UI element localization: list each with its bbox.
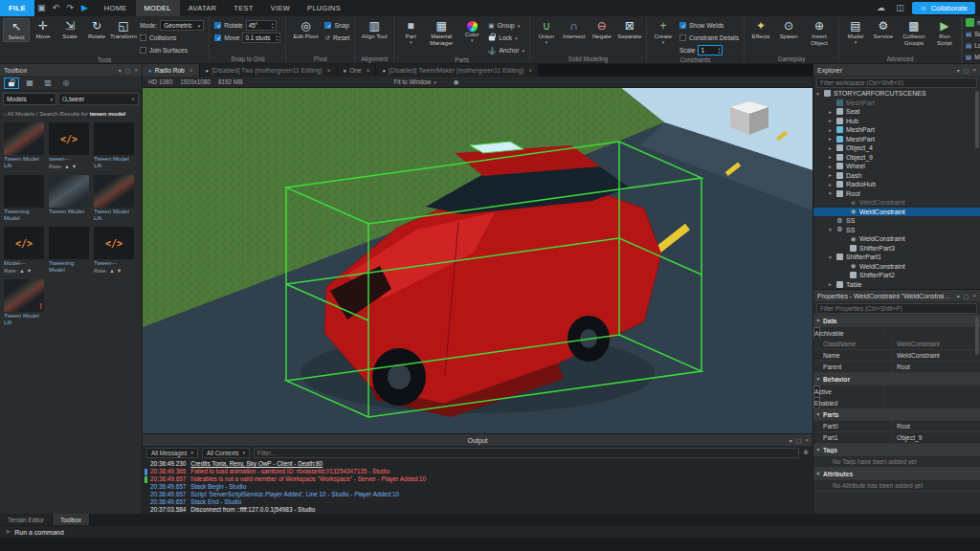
tool-button[interactable]: ↖ Select: [3, 18, 30, 42]
insert-script-button[interactable]: ▤Script: [966, 29, 980, 39]
toolbox-search-input[interactable]: [69, 96, 129, 102]
panel-menu-icon[interactable]: ▾: [957, 67, 960, 74]
property-row[interactable]: Tags: [813, 444, 980, 456]
property-row[interactable]: Part0 Root: [813, 421, 980, 432]
material-manager-button[interactable]: ▦ Material Manager: [425, 18, 457, 46]
section-caret-icon[interactable]: [813, 376, 823, 382]
panel-menu-icon[interactable]: ▾: [119, 67, 122, 74]
property-row[interactable]: Attributes: [813, 468, 980, 480]
viewport-3d-scene[interactable]: [143, 88, 813, 433]
ribbon-tab[interactable]: TEST: [225, 0, 261, 16]
panel-float-icon[interactable]: ▢: [796, 437, 802, 444]
expand-arrow-icon[interactable]: [829, 254, 836, 260]
thumbs-up-icon[interactable]: ▲: [109, 268, 114, 274]
property-row[interactable]: Archivable: [813, 327, 820, 339]
group-label-alignment[interactable]: Alignment: [355, 54, 393, 63]
clear-output-icon[interactable]: ⊗: [803, 449, 809, 456]
close-tab-icon[interactable]: ×: [528, 67, 532, 74]
pivot-reset-button[interactable]: Reset: [333, 34, 349, 41]
tree-item[interactable]: Hub: [813, 117, 980, 126]
tree-item[interactable]: Table: [813, 280, 980, 290]
insert-localscript-button[interactable]: ▤LocalScript: [966, 40, 980, 51]
save-icon[interactable]: ▣: [34, 0, 49, 16]
log-line[interactable]: 20:36:49.365 Failed to load animation - …: [145, 468, 811, 475]
tree-item[interactable]: WeldConstraint: [813, 198, 980, 208]
tree-item[interactable]: ShifterPart1: [813, 253, 980, 262]
tool-button[interactable]: ✛ Move: [30, 18, 56, 42]
property-row[interactable]: Parent Root: [813, 362, 980, 373]
output-filter-input[interactable]: [254, 448, 799, 458]
panel-close-icon[interactable]: ×: [134, 67, 138, 74]
toolbox-item[interactable]: </> ! Tween Model Lift ▲▼: [4, 122, 44, 169]
document-tab[interactable]: ● [Disabled] TweenMaker (mothergreen11 E…: [376, 64, 539, 77]
property-value[interactable]: Root: [892, 421, 980, 431]
property-row[interactable]: Name WeldConstraint: [813, 350, 980, 362]
tree-item[interactable]: MeshPart: [813, 99, 980, 108]
panel-close-icon[interactable]: ×: [805, 437, 809, 444]
snap-rotate-input[interactable]: 45°▴▾: [246, 20, 277, 31]
expand-arrow-icon[interactable]: [829, 145, 836, 151]
effects-button[interactable]: ✦Effects: [747, 18, 774, 40]
group-button[interactable]: Group: [497, 22, 514, 29]
property-row[interactable]: Part1 Object_9: [813, 432, 980, 444]
group-label-solid-modeling[interactable]: Solid Modeling: [530, 54, 646, 63]
file-menu-button[interactable]: FILE: [0, 0, 34, 16]
redo-icon[interactable]: ↷: [63, 0, 78, 16]
tool-button[interactable]: ◱ Transform: [110, 18, 137, 42]
expand-arrow-icon[interactable]: [816, 91, 824, 97]
fit-to-window-select[interactable]: Fit to Window▾: [393, 78, 435, 85]
property-value[interactable]: [883, 328, 888, 338]
property-value[interactable]: [883, 398, 888, 408]
group-label-pivot[interactable]: Pivot: [286, 54, 354, 63]
property-row[interactable]: Parts: [813, 408, 980, 421]
show-welds-checkbox[interactable]: [679, 22, 686, 29]
group-label-snap[interactable]: Snap to Grid: [210, 54, 285, 63]
negate-button[interactable]: ⊖Negate: [589, 18, 615, 40]
spawn-button[interactable]: ⊙Spawn: [775, 18, 802, 40]
tree-item[interactable]: MeshPart: [813, 135, 980, 144]
ribbon-tab[interactable]: MODEL: [136, 0, 180, 16]
insert-modulescript-button[interactable]: ▤ModuleScript: [966, 52, 980, 62]
ribbon-tab[interactable]: VIEW: [262, 0, 299, 16]
section-caret-icon[interactable]: [813, 318, 823, 323]
thumbs-down-icon[interactable]: ▼: [117, 268, 122, 274]
panel-float-icon[interactable]: ▢: [964, 67, 969, 74]
tree-item[interactable]: Dash: [813, 171, 980, 181]
property-row[interactable]: Behavior: [813, 373, 980, 386]
thumbs-up-icon[interactable]: ▲: [64, 164, 69, 169]
pivot-snap-checkbox[interactable]: [324, 22, 331, 29]
resolution-select[interactable]: HD 1080: [148, 78, 172, 85]
thumbs-down-icon[interactable]: ▼: [27, 268, 32, 274]
expand-arrow-icon[interactable]: [829, 182, 836, 187]
toolbox-item[interactable]: </> ! Tween Model Lift ▲▼: [94, 122, 134, 169]
property-row[interactable]: Active: [813, 386, 820, 397]
snap-rotate-checkbox[interactable]: [214, 22, 221, 29]
properties-header[interactable]: Properties - WeldConstraint "WeldConstra…: [813, 290, 980, 301]
insert-object-button[interactable]: ⊕Insert Object: [803, 18, 835, 46]
expand-arrow-icon[interactable]: [829, 136, 836, 142]
marketplace-tab[interactable]: ▦: [22, 77, 37, 89]
tree-item[interactable]: SS: [813, 226, 980, 235]
document-tab[interactable]: ● One ×: [338, 64, 377, 77]
thumbs-up-icon[interactable]: ▲: [19, 268, 24, 274]
toolbox-item[interactable]: </> ! Tween Model Lift ▲▼: [94, 175, 134, 222]
group-label-parts[interactable]: Parts: [394, 55, 529, 63]
toolbox-item[interactable]: </> ! Tweening Model ▲▼: [49, 227, 89, 274]
toolbox-item[interactable]: </> ! Tween Model ▲▼: [49, 175, 89, 222]
undo-icon[interactable]: ↶: [49, 0, 63, 16]
inventory-tab[interactable]: [4, 77, 19, 89]
dock-tab[interactable]: Terrain Editor: [0, 514, 53, 525]
tool-button[interactable]: ↻ Rotate: [83, 18, 110, 42]
join-surfaces-checkbox[interactable]: [140, 47, 146, 54]
run-script-button[interactable]: ▶Run Script: [931, 18, 958, 46]
collision-groups-button[interactable]: ▩Collision Groups: [898, 18, 930, 46]
color-button[interactable]: Color ▾: [458, 18, 485, 43]
property-row[interactable]: Data: [813, 315, 980, 327]
tree-item[interactable]: STORYCARFORCUTSCENES: [813, 89, 980, 99]
group-label-advanced[interactable]: Advanced: [839, 54, 961, 63]
panel-menu-icon[interactable]: ▾: [790, 437, 792, 444]
part-button[interactable]: ■ Part ▾: [397, 18, 424, 45]
service-button[interactable]: ⚙Service: [870, 18, 897, 40]
asset-category-select[interactable]: Models▾: [3, 93, 56, 105]
toolbox-header[interactable]: Toolbox ▾▢×: [0, 64, 142, 76]
